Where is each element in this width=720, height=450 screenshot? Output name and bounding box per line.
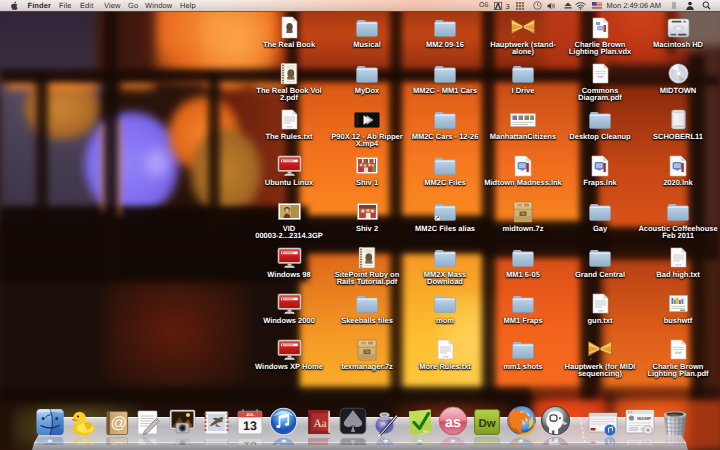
svg-text:PDF: PDF: [675, 351, 681, 355]
svg-text:@: @: [110, 440, 127, 445]
svg-text:3: 3: [505, 2, 509, 10]
svg-text:♪: ♪: [590, 356, 592, 360]
svg-text:JUL: JUL: [245, 412, 254, 417]
svg-text:13: 13: [243, 419, 257, 434]
svg-text:Aa: Aa: [313, 442, 326, 445]
svg-text:13: 13: [243, 439, 257, 445]
svg-text:Dw: Dw: [478, 418, 496, 430]
svg-text:@: @: [110, 414, 127, 432]
svg-text:♪: ♪: [513, 34, 515, 38]
svg-text:7z: 7z: [521, 212, 525, 216]
svg-text:7z: 7z: [365, 350, 369, 354]
svg-text:TXT: TXT: [597, 309, 603, 313]
svg-text:as: as: [445, 414, 461, 430]
svg-text:PDF: PDF: [597, 75, 603, 79]
svg-text:Aa: Aa: [313, 418, 326, 430]
svg-text:TXT: TXT: [675, 263, 681, 267]
svg-text:WAMP: WAMP: [637, 416, 651, 421]
svg-text:Dw: Dw: [478, 442, 496, 445]
svg-text:TXT: TXT: [286, 125, 292, 129]
svg-text:TXT: TXT: [442, 355, 448, 359]
